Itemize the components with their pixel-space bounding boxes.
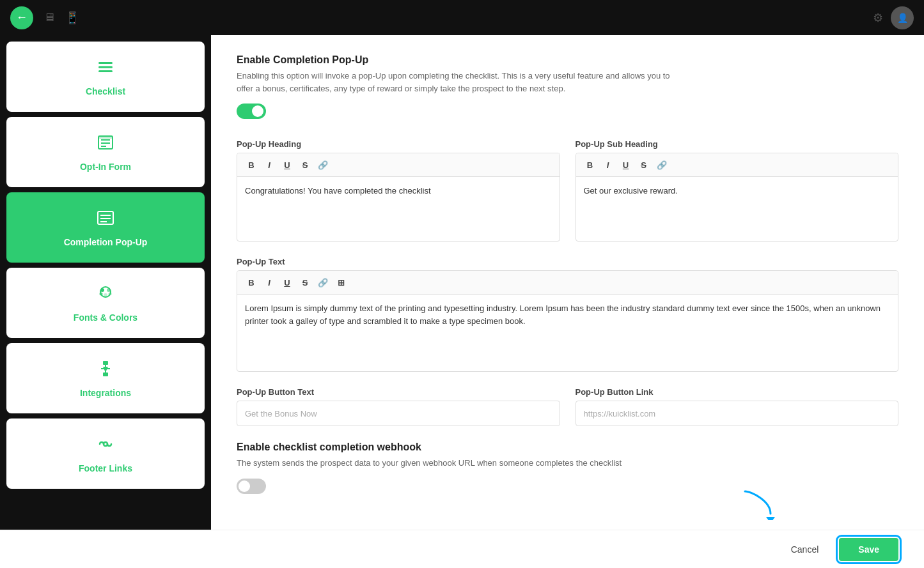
sidebar-item-checklist[interactable]: Checklist [6,42,205,112]
heading-row: Pop-Up Heading B I U S 🔗 Congratulations… [237,139,898,242]
sub-heading-strike-btn[interactable]: S [636,157,652,173]
popup-sub-heading-toolbar: B I U S 🔗 [576,153,898,177]
button-row: Pop-Up Button Text Pop-Up Button Link [237,387,898,426]
popup-heading-content[interactable]: Congratulations! You have completed the … [237,177,560,241]
text-table-btn[interactable]: ⊞ [333,275,348,290]
footer-links-icon [96,434,115,458]
enable-popup-title: Enable Completion Pop-Up [237,54,898,66]
fonts-colors-label: Fonts & Colors [74,312,137,323]
popup-button-link-label: Pop-Up Button Link [576,387,899,397]
svg-marker-23 [103,367,108,372]
popup-button-link-input[interactable] [576,401,899,426]
svg-point-15 [104,293,107,297]
integrations-icon [96,359,115,383]
heading-italic-btn[interactable]: I [262,157,277,173]
completion-popup-icon [96,208,115,232]
sub-heading-italic-btn[interactable]: I [600,157,616,173]
popup-heading-label: Pop-Up Heading [237,139,560,149]
completion-popup-label: Completion Pop-Up [64,237,148,247]
gear-icon[interactable]: ⚙ [873,11,883,25]
back-button[interactable]: ← [10,6,33,29]
text-bold-btn[interactable]: B [244,275,259,290]
popup-button-text-field: Pop-Up Button Text [237,387,560,426]
svg-rect-19 [103,372,108,376]
enable-popup-toggle-wrap [237,104,898,121]
opt-in-form-label: Opt-In Form [80,162,131,172]
svg-point-16 [100,292,103,295]
svg-point-14 [107,288,111,292]
svg-point-17 [109,292,112,295]
sidebar-item-opt-in-form[interactable]: Opt-In Form [6,117,205,187]
cancel-button[interactable]: Cancel [778,539,832,560]
sidebar-item-completion-popup[interactable]: Completion Pop-Up [6,192,205,263]
mobile-icon[interactable]: 📱 [65,11,79,25]
popup-sub-heading-label: Pop-Up Sub Heading [576,139,899,149]
sub-heading-underline-btn[interactable]: U [618,157,634,173]
popup-text-toolbar: B I U S 🔗 ⊞ [237,271,898,295]
popup-sub-heading-editor: B I U S 🔗 Get our exclusive reward. [576,153,899,242]
webhook-section: Enable checklist completion webhook The … [237,441,898,496]
heading-link-btn[interactable]: 🔗 [315,157,331,173]
popup-text-content[interactable]: Lorem Ipsum is simply dummy text of the … [237,295,898,371]
popup-sub-heading-field: Pop-Up Sub Heading B I U S 🔗 Get our exc… [576,139,899,242]
desktop-icon[interactable]: 🖥 [43,11,55,25]
sidebar-item-footer-links[interactable]: Footer Links [6,418,205,489]
popup-heading-editor: B I U S 🔗 Congratulations! You have comp… [237,153,560,242]
text-italic-btn[interactable]: I [262,275,277,290]
webhook-toggle[interactable] [237,479,266,494]
fonts-colors-icon [96,284,115,307]
modal-panel: Enable Completion Pop-Up Enabling this o… [211,35,924,568]
svg-rect-18 [103,361,108,365]
text-strike-btn[interactable]: S [297,275,313,290]
checklist-label: Checklist [86,86,125,96]
webhook-desc: The system sends the prospect data to yo… [237,457,684,470]
enable-popup-toggle[interactable] [237,104,266,119]
heading-underline-btn[interactable]: U [279,157,295,173]
top-bar: ← 🖥 📱 ⚙ 👤 [0,0,924,35]
sub-heading-bold-btn[interactable]: B [583,157,598,173]
sidebar-item-integrations[interactable]: Integrations [6,343,205,413]
svg-point-13 [100,288,104,292]
svg-marker-24 [766,517,775,520]
popup-text-label: Pop-Up Text [237,257,898,266]
avatar-icon: 👤 [897,13,908,23]
popup-sub-heading-content[interactable]: Get our exclusive reward. [576,177,898,241]
top-bar-icons: 🖥 📱 [43,11,79,25]
svg-rect-2 [98,70,113,72]
top-bar-right: ⚙ 👤 [873,6,914,29]
heading-bold-btn[interactable]: B [244,157,259,173]
sidebar-item-fonts-colors[interactable]: Fonts & Colors [6,268,205,338]
text-underline-btn[interactable]: U [279,275,295,290]
checklist-icon [96,58,115,81]
avatar[interactable]: 👤 [891,6,914,29]
bottom-bar: Cancel Save [0,530,924,568]
save-button[interactable]: Save [839,538,898,561]
opt-in-form-icon [96,133,115,157]
popup-button-text-label: Pop-Up Button Text [237,387,560,397]
svg-rect-7 [98,136,113,139]
webhook-toggle-wrap [237,479,898,496]
integrations-label: Integrations [80,388,131,398]
text-link-btn[interactable]: 🔗 [315,275,331,290]
sidebar: Checklist Opt-In Form Completion Pop-Up [0,35,211,568]
popup-text-field: Pop-Up Text B I U S 🔗 ⊞ Lorem Ipsum is s… [237,257,898,372]
svg-rect-0 [98,62,113,64]
back-icon: ← [16,11,27,24]
arrow-pointer [739,488,777,520]
popup-button-text-input[interactable] [237,401,560,426]
popup-button-link-field: Pop-Up Button Link [576,387,899,426]
sub-heading-link-btn[interactable]: 🔗 [654,157,670,173]
heading-strike-btn[interactable]: S [297,157,313,173]
popup-heading-toolbar: B I U S 🔗 [237,153,560,177]
svg-rect-1 [98,66,113,68]
footer-links-label: Footer Links [79,463,132,473]
webhook-title: Enable checklist completion webhook [237,441,898,453]
popup-heading-field: Pop-Up Heading B I U S 🔗 Congratulations… [237,139,560,242]
popup-text-editor: B I U S 🔗 ⊞ Lorem Ipsum is simply dummy … [237,270,898,372]
enable-popup-desc: Enabling this option will invoke a pop-U… [237,70,684,95]
